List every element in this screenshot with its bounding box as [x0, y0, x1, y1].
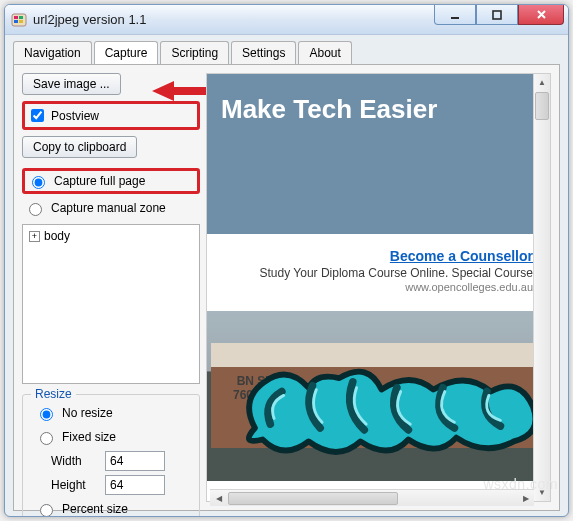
- left-column: Save image ... Postview Copy to clipboar…: [22, 73, 200, 502]
- graffiti-icon: [207, 311, 533, 474]
- no-resize-radio-input[interactable]: [40, 408, 53, 421]
- minimize-button[interactable]: [434, 5, 476, 25]
- width-input[interactable]: [105, 451, 165, 471]
- capture-full-label: Capture full page: [54, 174, 145, 188]
- title-bar: url2jpeg version 1.1: [5, 5, 568, 35]
- fixed-size-radio[interactable]: Fixed size: [33, 427, 189, 447]
- article-image: BN SF 760 345: [207, 311, 533, 481]
- percent-size-label: Percent size: [62, 502, 128, 516]
- capture-full-radio-input[interactable]: [32, 176, 45, 189]
- close-button[interactable]: [518, 5, 564, 25]
- dom-tree[interactable]: + body: [22, 224, 200, 384]
- capture-manual-label: Capture manual zone: [51, 201, 166, 215]
- scroll-down-button[interactable]: ▼: [534, 484, 550, 501]
- height-input[interactable]: [105, 475, 165, 495]
- maximize-button[interactable]: [476, 5, 518, 25]
- scrollbar-vertical[interactable]: ▲ ▼: [533, 74, 550, 501]
- save-image-button[interactable]: Save image ...: [22, 73, 121, 95]
- window-title: url2jpeg version 1.1: [33, 12, 146, 27]
- tree-root-label: body: [44, 229, 70, 243]
- svg-rect-4: [19, 20, 23, 23]
- hero-title: Make Tech Easier: [221, 94, 533, 125]
- percent-size-radio-input[interactable]: [40, 504, 53, 517]
- preview-pane: Make Tech Easier Become a Counsellor Stu…: [206, 73, 551, 502]
- height-row: Height: [51, 475, 189, 495]
- scroll-thumb-h[interactable]: [228, 492, 398, 505]
- ad-url: www.opencolleges.edu.au: [233, 281, 533, 293]
- scroll-right-button[interactable]: ▶: [517, 494, 534, 503]
- resize-group-title: Resize: [31, 387, 76, 401]
- width-label: Width: [51, 454, 97, 468]
- svg-rect-5: [451, 17, 459, 19]
- fixed-size-label: Fixed size: [62, 430, 116, 444]
- app-icon: [11, 12, 27, 28]
- tab-panel-capture: Save image ... Postview Copy to clipboar…: [13, 64, 560, 511]
- captured-page: Make Tech Easier Become a Counsellor Stu…: [207, 74, 533, 501]
- ad-block: Become a Counsellor Study Your Diploma C…: [207, 234, 533, 299]
- tab-strip: Navigation Capture Scripting Settings Ab…: [13, 41, 560, 65]
- tree-expander-icon[interactable]: +: [29, 231, 40, 242]
- capture-manual-radio-input[interactable]: [29, 203, 42, 216]
- fixed-size-radio-input[interactable]: [40, 432, 53, 445]
- tab-settings[interactable]: Settings: [231, 41, 296, 64]
- resize-group: Resize No resize Fixed size Width He: [22, 394, 200, 517]
- ad-subtext: Study Your Diploma Course Online. Specia…: [233, 266, 533, 280]
- svg-rect-6: [493, 11, 501, 19]
- postview-label: Postview: [51, 109, 99, 123]
- client-area: Navigation Capture Scripting Settings Ab…: [5, 35, 568, 516]
- scroll-left-button[interactable]: ◀: [210, 494, 227, 503]
- width-row: Width: [51, 451, 189, 471]
- tab-navigation[interactable]: Navigation: [13, 41, 92, 64]
- tree-row-root[interactable]: + body: [29, 229, 193, 243]
- ad-link[interactable]: Become a Counsellor: [390, 248, 533, 264]
- tab-capture[interactable]: Capture: [94, 41, 159, 64]
- no-resize-radio[interactable]: No resize: [33, 403, 189, 423]
- postview-checkbox[interactable]: Postview: [25, 104, 105, 127]
- scrollbar-horizontal[interactable]: ◀ ▶: [210, 489, 534, 506]
- tab-about[interactable]: About: [298, 41, 351, 64]
- no-resize-label: No resize: [62, 406, 113, 420]
- percent-size-radio[interactable]: Percent size: [33, 499, 189, 517]
- height-label: Height: [51, 478, 97, 492]
- hero-banner: Make Tech Easier: [207, 74, 533, 234]
- capture-full-radio[interactable]: Capture full page: [25, 171, 151, 191]
- capture-manual-radio[interactable]: Capture manual zone: [22, 198, 200, 218]
- copy-clipboard-button[interactable]: Copy to clipboard: [22, 136, 137, 158]
- scroll-thumb-v[interactable]: [535, 92, 549, 120]
- svg-rect-1: [14, 16, 18, 19]
- svg-rect-2: [19, 16, 23, 19]
- tab-scripting[interactable]: Scripting: [160, 41, 229, 64]
- postview-checkbox-input[interactable]: [31, 109, 44, 122]
- svg-rect-3: [14, 20, 18, 23]
- scroll-track-v[interactable]: [534, 121, 550, 484]
- scroll-up-button[interactable]: ▲: [534, 74, 550, 91]
- app-window: url2jpeg version 1.1 Navigation Capture …: [4, 4, 569, 517]
- window-controls: [434, 5, 564, 25]
